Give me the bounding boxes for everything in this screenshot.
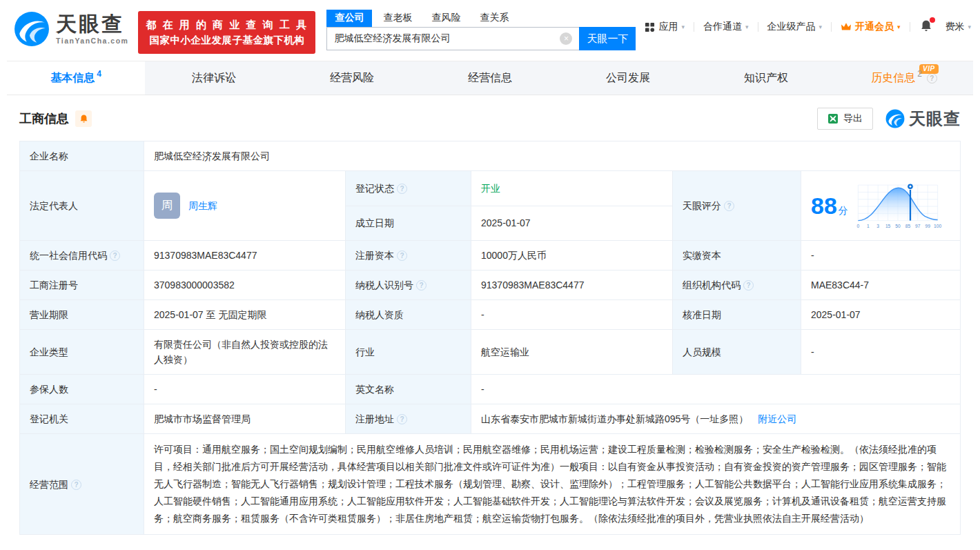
field-label-establish-date: 成立日期 [346,206,471,241]
search-input[interactable] [326,27,579,50]
nav-partner[interactable]: 合作通道 ▾ [694,21,758,33]
reg-status-label: 登记状态 [355,183,394,194]
field-value-english-name: - [471,375,961,404]
notification-bell[interactable] [910,19,937,35]
business-info-table: 企业名称 肥城低空经济发展有限公司 法定代表人 周 周生辉 登记状态? 开业 天… [19,141,961,535]
field-label-approval-date: 核准日期 [673,300,801,330]
promo-line2: 国家中小企业发展子基金旗下机构 [146,32,308,48]
field-label-english-name: 英文名称 [346,375,471,404]
field-value-staff-size: - [801,330,961,375]
field-value-biz-scope: 许可项目：通用航空服务；国土空间规划编制；民用航空维修人员培训；民用航空器维修；… [144,434,961,535]
help-icon[interactable]: ? [71,480,81,490]
chevron-down-icon: ▾ [681,23,685,30]
promo-banner: 都 在 用 的 商 业 查 询 工 具 国家中小企业发展子基金旗下机构 [138,11,315,54]
search-tab-boss[interactable]: 查老板 [375,10,420,27]
reg-address-label: 注册地址 [355,413,394,424]
tab-risk[interactable]: 经营风险 [283,61,421,95]
svg-text:99: 99 [925,224,930,228]
taxpayer-id-label: 纳税人识别号 [355,279,413,291]
search-tab-company[interactable]: 查公司 [326,10,372,27]
brand-domain: TianYanCha.com [56,37,128,45]
excel-icon [827,113,839,124]
help-icon[interactable]: ? [110,251,120,261]
search-button[interactable]: 天眼一下 [579,27,636,50]
section-title: 工商信息 [19,110,69,127]
tab-ip[interactable]: 知识产权 [697,61,835,95]
export-button[interactable]: 导出 [817,108,873,130]
help-icon[interactable]: ? [397,251,407,261]
reg-address-text: 山东省泰安市肥城市新城街道办事处新城路095号（一址多照） [481,413,748,424]
field-value-reg-status: 开业 [471,171,673,206]
svg-text:50: 50 [895,224,901,228]
help-icon[interactable]: ? [397,184,407,194]
field-value-legal-rep: 周 周生辉 [144,171,346,241]
apps-grid-icon [645,22,655,32]
field-label-reg-address: 注册地址? [346,404,471,434]
tab-development-label: 公司发展 [606,71,650,86]
avatar[interactable]: 周 [154,193,180,219]
table-row: 企业类型 有限责任公司（非自然人投资或控股的法人独资） 行业 航空运输业 人员规… [20,330,961,375]
field-label-taxpayer-quality: 纳税人资质 [346,300,471,330]
table-row: 统一社会信用代码? 91370983MAE83C4477 注册资本? 10000… [20,241,961,271]
tab-history[interactable]: VIP 历史信息 2 ? [835,61,973,95]
legal-rep-link[interactable]: 周生辉 [188,198,217,213]
svg-text:0: 0 [856,224,859,228]
nav-user[interactable]: 费米 ▾ [937,21,980,33]
table-row: 登记机关 肥城市市场监督管理局 注册地址? 山东省泰安市肥城市新城街道办事处新城… [20,404,961,434]
help-icon[interactable]: ? [724,201,734,211]
table-row: 经营范围? 许可项目：通用航空服务；国土空间规划编制；民用航空维修人员培训；民用… [20,434,961,535]
tab-history-label: 历史信息 [871,71,915,86]
tab-development[interactable]: 公司发展 [559,61,697,95]
vip-badge: VIP [919,64,939,74]
table-row: 法定代表人 周 周生辉 登记状态? 开业 天眼评分? 88分 [20,171,961,206]
nav-open-vip[interactable]: 开通会员 ▾ [832,21,910,33]
tab-operation[interactable]: 经营信息 [421,61,559,95]
chevron-down-icon: ▾ [968,23,972,30]
credit-code-label: 统一社会信用代码 [30,250,107,261]
search-tab-relation[interactable]: 查关系 [471,10,517,27]
export-label: 导出 [843,112,863,125]
tianyancha-swirl-icon [14,11,50,47]
nav-apps-label: 应用 [658,21,678,33]
field-label-staff-size: 人员规模 [673,330,801,375]
svg-text:100: 100 [934,224,941,228]
field-label-reg-status: 登记状态? [346,171,471,206]
search-tabs: 查公司 查老板 查风险 查关系 [326,10,636,27]
section-head-right: 导出 天眼查 [817,108,961,130]
search-area: 查公司 查老板 查风险 查关系 × 天眼一下 [326,10,636,50]
help-icon[interactable]: ? [397,414,407,424]
field-value-reg-authority: 肥城市市场监督管理局 [144,404,346,434]
tab-operation-label: 经营信息 [468,71,512,86]
svg-text:15: 15 [885,224,891,228]
tianyancha-logo[interactable]: 天眼查 TianYanCha.com [14,11,128,47]
tab-history-count: 2 [917,69,922,79]
nav-apps[interactable]: 应用 ▾ [636,21,694,33]
status-badge: 开业 [481,183,500,194]
tab-basic-info[interactable]: 基本信息 4 [7,61,145,95]
crown-icon [841,22,852,32]
watermark-brand-name: 天眼查 [909,108,961,130]
field-value-credit-code: 91370983MAE83C4477 [144,241,346,271]
notification-dot [930,17,935,23]
field-value-establish-date: 2025-01-07 [471,206,673,241]
search-tab-risk[interactable]: 查风险 [423,10,469,27]
nearby-companies-link[interactable]: 附近公司 [758,413,796,424]
field-label-credit-code: 统一社会信用代码? [20,241,144,271]
username: 费米 [945,21,965,33]
help-icon[interactable]: ? [743,280,754,291]
monitor-bell-button[interactable] [75,110,92,127]
company-section-tabs: 基本信息 4 法律诉讼 经营风险 经营信息 公司发展 知识产权 VIP 历史信息… [7,61,973,95]
help-icon[interactable]: ? [416,280,427,291]
chevron-down-icon: ▾ [819,23,823,30]
field-label-insured-count: 参保人数 [20,375,144,404]
field-label-company-name: 企业名称 [20,141,144,171]
tab-legal-label: 法律诉讼 [192,71,236,86]
tab-legal[interactable]: 法律诉讼 [145,61,283,95]
chevron-down-icon: ▾ [897,23,901,30]
field-label-company-type: 企业类型 [20,330,144,375]
tab-ip-label: 知识产权 [744,71,788,86]
help-icon[interactable]: ? [927,73,937,84]
field-value-biz-term: 2025-01-07 至 无固定期限 [144,300,346,330]
nav-enterprise[interactable]: 企业级产品 ▾ [758,21,832,33]
field-value-taxpayer-id: 91370983MAE83C4477 [471,271,673,300]
